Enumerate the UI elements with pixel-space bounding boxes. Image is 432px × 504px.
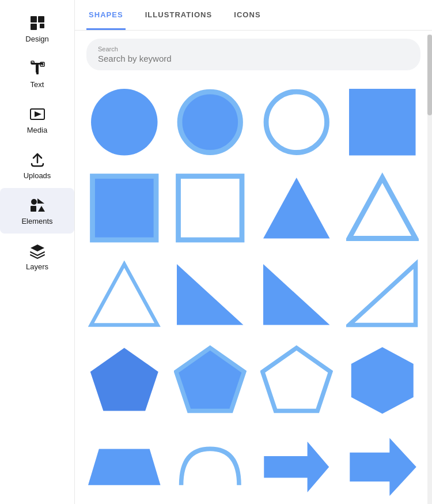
sidebar-item-layers-label: Layers <box>26 262 48 271</box>
svg-rect-2 <box>31 24 37 30</box>
svg-marker-18 <box>37 198 44 204</box>
sidebar: Design T Text <box>0 0 75 504</box>
svg-marker-35 <box>90 348 158 411</box>
shape-outline-circle[interactable] <box>256 82 337 163</box>
shape-filled-pentagon-dark[interactable] <box>84 341 165 422</box>
svg-rect-28 <box>179 176 242 240</box>
shape-filled-triangle[interactable] <box>256 168 337 249</box>
sidebar-item-design-label: Design <box>25 35 48 43</box>
tabs-nav: Shapes Illustrations Icons <box>75 0 432 31</box>
svg-marker-30 <box>349 178 416 239</box>
sidebar-item-uploads[interactable]: Uploads <box>0 142 74 188</box>
svg-marker-37 <box>263 348 331 411</box>
svg-rect-9 <box>33 62 35 63</box>
svg-marker-42 <box>350 438 417 496</box>
shape-filled-bold-arrow[interactable] <box>343 427 423 504</box>
svg-rect-0 <box>31 16 37 22</box>
svg-marker-29 <box>263 178 330 239</box>
design-icon <box>28 14 47 32</box>
sidebar-item-elements-label: Elements <box>21 217 52 225</box>
media-icon <box>28 105 47 123</box>
sidebar-item-uploads-label: Uploads <box>24 171 51 180</box>
svg-point-24 <box>180 92 241 152</box>
svg-rect-19 <box>31 206 36 212</box>
svg-marker-20 <box>38 206 45 212</box>
svg-point-25 <box>266 92 327 152</box>
shape-outline-arch[interactable] <box>170 427 251 504</box>
search-label: Search <box>98 46 409 52</box>
shape-filled-hexagon[interactable] <box>343 341 423 422</box>
sidebar-item-elements[interactable]: Elements <box>0 188 74 234</box>
svg-rect-27 <box>93 176 156 240</box>
sidebar-item-design[interactable]: Design <box>0 6 74 51</box>
svg-rect-3 <box>40 24 44 28</box>
svg-marker-41 <box>264 442 329 492</box>
search-box: Search <box>86 39 420 70</box>
svg-rect-26 <box>349 89 416 156</box>
sidebar-item-text[interactable]: T Text <box>0 51 74 97</box>
shape-filled-pentagon-outline[interactable] <box>170 341 251 422</box>
svg-marker-39 <box>88 449 161 485</box>
svg-point-21 <box>31 199 37 205</box>
svg-point-23 <box>91 89 158 156</box>
main-panel: Shapes Illustrations Icons Search <box>75 0 432 504</box>
shape-outline-triangle[interactable] <box>343 168 423 249</box>
shape-outline-right-triangle[interactable] <box>343 254 423 335</box>
svg-marker-32 <box>177 264 244 325</box>
svg-marker-17 <box>35 111 41 117</box>
shape-filled-arrow[interactable] <box>256 427 337 504</box>
tab-illustrations[interactable]: Illustrations <box>143 0 215 30</box>
shape-filled-circle-outline[interactable] <box>170 82 251 163</box>
shapes-grid <box>75 76 432 504</box>
svg-marker-31 <box>91 264 158 325</box>
sidebar-item-text-label: Text <box>31 80 44 89</box>
shape-filled-right-triangle[interactable] <box>170 254 251 335</box>
svg-marker-22 <box>31 245 44 251</box>
svg-marker-36 <box>176 348 244 411</box>
svg-rect-10 <box>31 62 33 64</box>
svg-marker-38 <box>351 347 414 414</box>
search-input[interactable] <box>98 54 409 63</box>
elements-icon <box>28 196 47 215</box>
tab-icons[interactable]: Icons <box>232 0 263 30</box>
shape-filled-trapezoid[interactable] <box>84 427 165 504</box>
shape-outline-pentagon[interactable] <box>256 341 337 422</box>
tab-shapes[interactable]: Shapes <box>86 0 126 30</box>
shape-outline-square[interactable] <box>170 168 251 249</box>
text-icon: T <box>28 59 47 78</box>
scroll-thumb[interactable] <box>427 35 432 115</box>
sidebar-item-media-label: Media <box>27 126 47 134</box>
shape-thin-outline-triangle[interactable] <box>84 254 165 335</box>
uploads-icon <box>28 151 47 169</box>
svg-marker-33 <box>263 264 330 325</box>
sidebar-item-media[interactable]: Media <box>0 97 74 142</box>
shape-filled-circle[interactable] <box>84 82 165 163</box>
svg-rect-12 <box>36 65 37 73</box>
shape-filled-right-triangle-2[interactable] <box>256 254 337 335</box>
shape-filled-square-outline[interactable] <box>84 168 165 249</box>
svg-marker-34 <box>349 264 416 325</box>
svg-rect-4 <box>38 24 39 28</box>
sidebar-item-layers[interactable]: Layers <box>0 234 74 279</box>
svg-rect-11 <box>33 63 39 65</box>
layers-icon <box>28 242 47 260</box>
svg-rect-1 <box>38 16 44 22</box>
search-section: Search <box>75 31 432 76</box>
shape-filled-rectangle[interactable] <box>343 82 423 163</box>
